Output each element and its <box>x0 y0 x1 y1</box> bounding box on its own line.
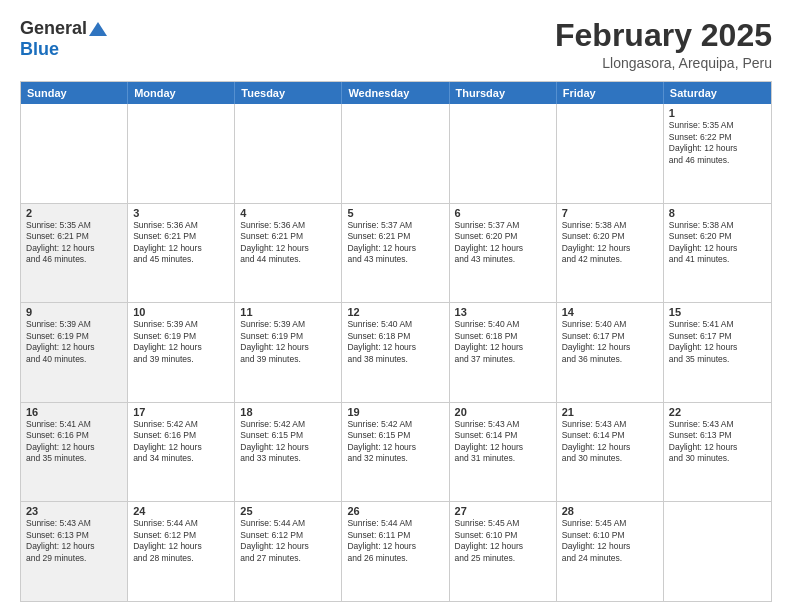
day-info: Sunrise: 5:43 AMSunset: 6:13 PMDaylight:… <box>669 419 766 465</box>
day-number: 3 <box>133 207 229 219</box>
cal-cell: 14Sunrise: 5:40 AMSunset: 6:17 PMDayligh… <box>557 303 664 402</box>
day-info: Sunrise: 5:35 AMSunset: 6:22 PMDaylight:… <box>669 120 766 166</box>
day-info: Sunrise: 5:39 AMSunset: 6:19 PMDaylight:… <box>26 319 122 365</box>
day-number: 18 <box>240 406 336 418</box>
calendar-body: 1Sunrise: 5:35 AMSunset: 6:22 PMDaylight… <box>21 104 771 601</box>
cal-cell: 27Sunrise: 5:45 AMSunset: 6:10 PMDayligh… <box>450 502 557 601</box>
day-number: 4 <box>240 207 336 219</box>
day-info: Sunrise: 5:42 AMSunset: 6:15 PMDaylight:… <box>347 419 443 465</box>
calendar-row-4: 23Sunrise: 5:43 AMSunset: 6:13 PMDayligh… <box>21 501 771 601</box>
day-info: Sunrise: 5:43 AMSunset: 6:13 PMDaylight:… <box>26 518 122 564</box>
logo: General Blue <box>20 18 107 60</box>
cal-cell: 28Sunrise: 5:45 AMSunset: 6:10 PMDayligh… <box>557 502 664 601</box>
page: General Blue February 2025 Llongasora, A… <box>0 0 792 612</box>
day-info: Sunrise: 5:42 AMSunset: 6:16 PMDaylight:… <box>133 419 229 465</box>
calendar-header: SundayMondayTuesdayWednesdayThursdayFrid… <box>21 82 771 104</box>
cal-cell: 8Sunrise: 5:38 AMSunset: 6:20 PMDaylight… <box>664 204 771 303</box>
calendar: SundayMondayTuesdayWednesdayThursdayFrid… <box>20 81 772 602</box>
cal-cell: 19Sunrise: 5:42 AMSunset: 6:15 PMDayligh… <box>342 403 449 502</box>
logo-icon <box>89 22 107 36</box>
cal-cell: 4Sunrise: 5:36 AMSunset: 6:21 PMDaylight… <box>235 204 342 303</box>
header-day-sunday: Sunday <box>21 82 128 104</box>
day-info: Sunrise: 5:38 AMSunset: 6:20 PMDaylight:… <box>562 220 658 266</box>
cal-cell: 18Sunrise: 5:42 AMSunset: 6:15 PMDayligh… <box>235 403 342 502</box>
day-info: Sunrise: 5:37 AMSunset: 6:21 PMDaylight:… <box>347 220 443 266</box>
day-number: 5 <box>347 207 443 219</box>
header-day-friday: Friday <box>557 82 664 104</box>
day-number: 8 <box>669 207 766 219</box>
day-info: Sunrise: 5:41 AMSunset: 6:16 PMDaylight:… <box>26 419 122 465</box>
day-number: 14 <box>562 306 658 318</box>
day-number: 26 <box>347 505 443 517</box>
day-number: 17 <box>133 406 229 418</box>
cal-cell: 2Sunrise: 5:35 AMSunset: 6:21 PMDaylight… <box>21 204 128 303</box>
day-info: Sunrise: 5:43 AMSunset: 6:14 PMDaylight:… <box>455 419 551 465</box>
day-number: 6 <box>455 207 551 219</box>
header-day-monday: Monday <box>128 82 235 104</box>
cal-cell: 1Sunrise: 5:35 AMSunset: 6:22 PMDaylight… <box>664 104 771 203</box>
cal-cell <box>21 104 128 203</box>
header-day-tuesday: Tuesday <box>235 82 342 104</box>
day-number: 20 <box>455 406 551 418</box>
header-day-saturday: Saturday <box>664 82 771 104</box>
day-info: Sunrise: 5:37 AMSunset: 6:20 PMDaylight:… <box>455 220 551 266</box>
cal-cell: 17Sunrise: 5:42 AMSunset: 6:16 PMDayligh… <box>128 403 235 502</box>
title-block: February 2025 Llongasora, Arequipa, Peru <box>555 18 772 71</box>
cal-cell <box>557 104 664 203</box>
day-number: 23 <box>26 505 122 517</box>
day-number: 7 <box>562 207 658 219</box>
day-info: Sunrise: 5:44 AMSunset: 6:11 PMDaylight:… <box>347 518 443 564</box>
day-info: Sunrise: 5:40 AMSunset: 6:17 PMDaylight:… <box>562 319 658 365</box>
cal-cell: 9Sunrise: 5:39 AMSunset: 6:19 PMDaylight… <box>21 303 128 402</box>
cal-cell <box>128 104 235 203</box>
calendar-row-3: 16Sunrise: 5:41 AMSunset: 6:16 PMDayligh… <box>21 402 771 502</box>
day-number: 22 <box>669 406 766 418</box>
header-day-wednesday: Wednesday <box>342 82 449 104</box>
day-number: 10 <box>133 306 229 318</box>
cal-cell: 12Sunrise: 5:40 AMSunset: 6:18 PMDayligh… <box>342 303 449 402</box>
header: General Blue February 2025 Llongasora, A… <box>20 18 772 71</box>
cal-cell: 24Sunrise: 5:44 AMSunset: 6:12 PMDayligh… <box>128 502 235 601</box>
day-info: Sunrise: 5:45 AMSunset: 6:10 PMDaylight:… <box>455 518 551 564</box>
day-info: Sunrise: 5:41 AMSunset: 6:17 PMDaylight:… <box>669 319 766 365</box>
day-info: Sunrise: 5:36 AMSunset: 6:21 PMDaylight:… <box>240 220 336 266</box>
cal-cell: 20Sunrise: 5:43 AMSunset: 6:14 PMDayligh… <box>450 403 557 502</box>
day-info: Sunrise: 5:39 AMSunset: 6:19 PMDaylight:… <box>240 319 336 365</box>
day-number: 24 <box>133 505 229 517</box>
calendar-row-0: 1Sunrise: 5:35 AMSunset: 6:22 PMDaylight… <box>21 104 771 203</box>
day-number: 25 <box>240 505 336 517</box>
day-number: 15 <box>669 306 766 318</box>
day-number: 12 <box>347 306 443 318</box>
day-number: 1 <box>669 107 766 119</box>
cal-cell: 22Sunrise: 5:43 AMSunset: 6:13 PMDayligh… <box>664 403 771 502</box>
calendar-row-2: 9Sunrise: 5:39 AMSunset: 6:19 PMDaylight… <box>21 302 771 402</box>
cal-cell: 5Sunrise: 5:37 AMSunset: 6:21 PMDaylight… <box>342 204 449 303</box>
day-info: Sunrise: 5:38 AMSunset: 6:20 PMDaylight:… <box>669 220 766 266</box>
day-number: 27 <box>455 505 551 517</box>
month-title: February 2025 <box>555 18 772 53</box>
logo-blue: Blue <box>20 39 59 60</box>
day-number: 19 <box>347 406 443 418</box>
cal-cell: 26Sunrise: 5:44 AMSunset: 6:11 PMDayligh… <box>342 502 449 601</box>
day-info: Sunrise: 5:43 AMSunset: 6:14 PMDaylight:… <box>562 419 658 465</box>
svg-marker-0 <box>89 22 107 36</box>
cal-cell <box>342 104 449 203</box>
cal-cell: 16Sunrise: 5:41 AMSunset: 6:16 PMDayligh… <box>21 403 128 502</box>
day-number: 11 <box>240 306 336 318</box>
cal-cell <box>450 104 557 203</box>
cal-cell: 23Sunrise: 5:43 AMSunset: 6:13 PMDayligh… <box>21 502 128 601</box>
day-info: Sunrise: 5:40 AMSunset: 6:18 PMDaylight:… <box>347 319 443 365</box>
day-info: Sunrise: 5:42 AMSunset: 6:15 PMDaylight:… <box>240 419 336 465</box>
day-info: Sunrise: 5:36 AMSunset: 6:21 PMDaylight:… <box>133 220 229 266</box>
day-info: Sunrise: 5:44 AMSunset: 6:12 PMDaylight:… <box>240 518 336 564</box>
day-info: Sunrise: 5:45 AMSunset: 6:10 PMDaylight:… <box>562 518 658 564</box>
day-number: 16 <box>26 406 122 418</box>
cal-cell <box>664 502 771 601</box>
cal-cell: 7Sunrise: 5:38 AMSunset: 6:20 PMDaylight… <box>557 204 664 303</box>
cal-cell: 11Sunrise: 5:39 AMSunset: 6:19 PMDayligh… <box>235 303 342 402</box>
day-info: Sunrise: 5:39 AMSunset: 6:19 PMDaylight:… <box>133 319 229 365</box>
cal-cell: 21Sunrise: 5:43 AMSunset: 6:14 PMDayligh… <box>557 403 664 502</box>
calendar-row-1: 2Sunrise: 5:35 AMSunset: 6:21 PMDaylight… <box>21 203 771 303</box>
cal-cell: 25Sunrise: 5:44 AMSunset: 6:12 PMDayligh… <box>235 502 342 601</box>
day-number: 21 <box>562 406 658 418</box>
